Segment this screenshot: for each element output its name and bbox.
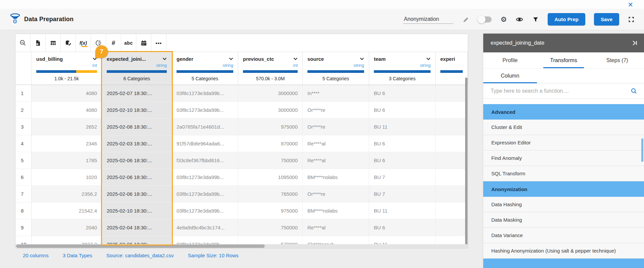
filter-icon[interactable] bbox=[532, 16, 539, 23]
cell-source: Re****al bbox=[303, 152, 369, 169]
panel-scrollbar[interactable] bbox=[641, 138, 643, 162]
table-row: 326522025-02-08 18:30:...2a0785fa71e4601… bbox=[15, 119, 468, 135]
chevron-down-icon[interactable] bbox=[426, 57, 431, 60]
chevron-down-icon[interactable] bbox=[293, 57, 298, 60]
cell-previous_ctc: 975000 bbox=[238, 203, 303, 219]
cell-source: In**** bbox=[303, 85, 369, 102]
cell-gender: 03f8c1273e3da99b... bbox=[172, 85, 238, 102]
function-icon[interactable]: f(x) bbox=[76, 34, 91, 52]
column-name: previous_ctc bbox=[243, 56, 293, 62]
column-header-experi[interactable]: experi bbox=[436, 52, 468, 85]
cell-expected_joini: 2025-02-10 18:30:... bbox=[102, 203, 172, 219]
tab-column[interactable]: Column bbox=[483, 69, 537, 83]
chevron-down-icon[interactable] bbox=[162, 57, 167, 60]
more-icon[interactable]: ••• bbox=[151, 34, 166, 52]
cell-previous_ctc: 765000 bbox=[238, 186, 303, 203]
recipe-name-input[interactable] bbox=[403, 15, 453, 24]
column-name-row: previous_ctc bbox=[238, 52, 302, 63]
close-icon[interactable]: ✕ bbox=[628, 1, 633, 8]
table-row: 72356.22025-02-06 18:30:...03f8c1273e3da… bbox=[15, 186, 468, 203]
cell-gender: 03f8c1273e3da99b... bbox=[172, 186, 238, 203]
function-search-input[interactable] bbox=[491, 88, 631, 94]
function-search bbox=[483, 83, 644, 99]
quality-bar-segment bbox=[107, 70, 167, 73]
column-quality-bar bbox=[307, 70, 364, 73]
column-quality-bar bbox=[243, 70, 298, 73]
chevron-down-icon[interactable] bbox=[229, 57, 233, 60]
function-item-hashing-anonymization-using-salt-pepper-technique-[interactable]: Hashing Anonymization (Using salt & pepp… bbox=[483, 243, 644, 259]
column-header-team[interactable]: teamstring3 Categories bbox=[369, 52, 436, 85]
cell-gender: 03f8c1273e3da99b... bbox=[172, 102, 238, 119]
preview-eye-icon[interactable] bbox=[515, 16, 524, 23]
column-quality-bar bbox=[440, 70, 463, 73]
quality-bar-segment bbox=[440, 70, 463, 73]
search-icon[interactable] bbox=[631, 88, 637, 94]
table-row: 920402025-02-04 18:30:...4e8a9d9c4bc3c17… bbox=[15, 219, 468, 236]
row-number: 2 bbox=[15, 102, 32, 119]
cell-previous_ctc: 570000 bbox=[238, 236, 303, 245]
column-header-usd_billing[interactable]: usd_billingint1.0k - 21.5k bbox=[32, 52, 102, 85]
function-item-cluster-edit[interactable]: Cluster & Edit bbox=[483, 120, 644, 135]
cell-usd_billing: 2040 bbox=[32, 219, 102, 236]
horizontal-scrollbar-thumb[interactable] bbox=[16, 244, 265, 248]
cell-expected_joini: 2025-02-04 18:30:... bbox=[102, 219, 172, 236]
function-category-anonymization[interactable]: Anonymization bbox=[483, 181, 644, 197]
horizontal-scrollbar[interactable] bbox=[15, 244, 468, 248]
save-button[interactable]: Save bbox=[594, 13, 619, 26]
grid-body: 140802025-02-07 18:30:...03f8c1273e3da99… bbox=[15, 85, 468, 245]
cell-team: BU 6 bbox=[369, 102, 436, 119]
search-data-icon[interactable] bbox=[15, 34, 31, 52]
function-category-next[interactable] bbox=[483, 259, 644, 268]
function-item-data-hashing[interactable]: Data Hashing bbox=[483, 197, 644, 212]
cell-previous_ctc: 975000 bbox=[238, 119, 303, 135]
number-type-icon[interactable]: # bbox=[106, 34, 121, 52]
cell-gender: 03f8c1273e3da99b bbox=[172, 236, 238, 245]
table-row: 423462025-02-03 18:30:...91f57db8e964ada… bbox=[15, 135, 468, 152]
cell-usd_billing: 2652 bbox=[32, 119, 102, 135]
tab-steps[interactable]: Steps (7) bbox=[590, 52, 644, 68]
column-name-row: team bbox=[369, 52, 435, 63]
file-settings-icon[interactable] bbox=[31, 34, 46, 52]
column-quality-bar bbox=[36, 70, 97, 73]
date-type-icon[interactable] bbox=[136, 34, 151, 52]
collapse-panel-icon[interactable] bbox=[631, 40, 638, 46]
cell-source: Re****al bbox=[303, 135, 369, 152]
cell-expected_joini: 2025-02-06 18:30: bbox=[102, 236, 172, 245]
function-item-data-masking[interactable]: Data Masking bbox=[483, 212, 644, 228]
toggle-switch[interactable] bbox=[478, 16, 492, 23]
column-name-row: experi bbox=[436, 52, 467, 63]
cell-gender: 91f57db8e964ada6... bbox=[172, 135, 238, 152]
vertical-scrollbar[interactable] bbox=[465, 78, 467, 245]
page-title: Data Preparation bbox=[24, 16, 73, 23]
fullscreen-icon[interactable] bbox=[628, 16, 635, 23]
cell-gender: 03f8c1273e3da99b... bbox=[172, 169, 238, 186]
column-header-expected_joini[interactable]: expected_joini...string6 Categories bbox=[102, 52, 172, 85]
settings-gear-icon[interactable]: ⚙ bbox=[500, 16, 507, 23]
column-header-previous_ctc[interactable]: previous_ctcint570.0k - 3.0M bbox=[238, 52, 303, 85]
function-item-expression-editor[interactable]: Expression Editor bbox=[483, 135, 644, 150]
column-header-source[interactable]: sourcestring5 Categories bbox=[303, 52, 369, 85]
function-item-data-variance[interactable]: Data Variance bbox=[483, 228, 644, 243]
tab-transforms[interactable]: Transforms bbox=[537, 52, 591, 68]
chevron-down-icon[interactable] bbox=[360, 57, 364, 60]
column-range-label: 5 Categories bbox=[303, 73, 369, 84]
table-icon[interactable] bbox=[46, 34, 61, 52]
auto-prep-button[interactable]: Auto Prep bbox=[548, 13, 585, 26]
function-category-advanced[interactable]: Advanced bbox=[483, 104, 644, 120]
column-header-gender[interactable]: genderstring5 Categories bbox=[172, 52, 238, 85]
status-columns: 20 columns bbox=[23, 253, 49, 258]
panel-header: expected_joining_date bbox=[483, 34, 644, 52]
edit-pencil-icon[interactable] bbox=[462, 16, 469, 23]
database-edit-icon[interactable] bbox=[61, 34, 76, 52]
column-quality-bar bbox=[177, 70, 233, 73]
row-number: 4 bbox=[15, 135, 32, 152]
cell-expected_joini: 2025-02-06 18:30:... bbox=[102, 169, 172, 186]
panel-title: expected_joining_date bbox=[491, 40, 544, 46]
text-type-icon[interactable]: abc bbox=[121, 34, 136, 52]
table-row: 610202025-02-06 18:30:...03f8c1273e3da99… bbox=[15, 169, 468, 186]
function-item-sql-transform[interactable]: SQL Transform bbox=[483, 166, 644, 181]
function-item-find-anomaly[interactable]: Find Anomaly bbox=[483, 150, 644, 166]
cell-team: BU 7 bbox=[369, 169, 436, 186]
data-preparation-window: ✕ ⚙ Data Preparation ⚙ bbox=[0, 0, 644, 268]
tab-profile[interactable]: Profile bbox=[483, 52, 537, 68]
